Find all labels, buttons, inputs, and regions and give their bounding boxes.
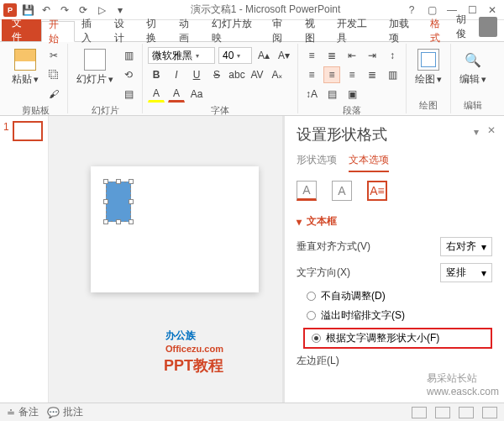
section-textbox[interactable]: ▾ 文本框 — [297, 214, 492, 229]
resize-handle[interactable] — [129, 219, 134, 224]
highlight-button[interactable]: A — [148, 86, 165, 103]
tab-view[interactable]: 视图 — [298, 20, 331, 41]
repeat-icon[interactable]: ⟳ — [76, 3, 91, 18]
decrease-font-icon[interactable]: A▾ — [276, 47, 292, 64]
tab-file[interactable]: 文件 — [2, 19, 41, 41]
text-effects-icon[interactable]: A — [332, 181, 352, 201]
tab-developer[interactable]: 开发工具 — [330, 20, 381, 41]
group-label: 编辑 — [456, 97, 490, 113]
section-button[interactable]: ▤ — [120, 86, 137, 103]
align-center-button[interactable]: ≡ — [323, 66, 340, 83]
editing-button[interactable]: 🔍 编辑 ▾ — [456, 47, 490, 88]
font-size-combo[interactable]: 40▾ — [218, 47, 252, 64]
spacing-button[interactable]: AV — [249, 66, 265, 83]
text-direction-button[interactable]: ↕A — [303, 86, 320, 103]
increase-indent-button[interactable]: ⇥ — [364, 47, 381, 64]
reading-view-icon[interactable] — [459, 407, 474, 418]
bullets-button[interactable]: ≡ — [303, 47, 320, 64]
resize-handle[interactable] — [116, 219, 121, 224]
slideshow-view-icon[interactable] — [482, 407, 497, 418]
line-spacing-button[interactable]: ↕ — [384, 47, 401, 64]
font-color-button[interactable]: A — [168, 86, 185, 103]
italic-button[interactable]: I — [168, 66, 185, 83]
resize-handle[interactable] — [103, 179, 108, 184]
undo-icon[interactable]: ↶ — [39, 3, 54, 18]
notes-button[interactable]: ≐ 备注 — [7, 405, 39, 419]
group-drawing: 绘图 ▾ 绘图 — [407, 44, 451, 113]
radio-resize-shape[interactable]: 根据文字调整形状大小(F) — [308, 331, 487, 345]
format-shape-pane: 设置形状格式 ▾ ✕ 形状选项 文本选项 A A A≡ ▾ 文本框 垂直对齐方式… — [284, 116, 504, 403]
copy-button[interactable]: ⿻ — [45, 66, 62, 83]
font-name-combo[interactable]: 微软雅黑▾ — [148, 47, 215, 64]
tab-text-options[interactable]: 文本选项 — [349, 153, 389, 172]
cut-button[interactable]: ✂ — [45, 47, 62, 64]
redo-icon[interactable]: ↷ — [57, 3, 72, 18]
qat-dropdown-icon[interactable]: ▾ — [113, 3, 128, 18]
tab-insert[interactable]: 插入 — [75, 20, 108, 41]
resize-handle[interactable] — [103, 219, 108, 224]
reset-button[interactable]: ⟲ — [120, 66, 137, 83]
radio-shrink-overflow[interactable]: 溢出时缩排文字(S) — [297, 308, 492, 323]
new-slide-button[interactable]: 幻灯片 ▾ — [73, 47, 117, 88]
underline-button[interactable]: U — [188, 66, 205, 83]
slide-thumbnail — [13, 121, 43, 141]
slide-icon — [84, 49, 106, 71]
user-account[interactable]: 胡俊 — [456, 13, 502, 41]
align-text-button[interactable]: ▤ — [323, 86, 340, 103]
drawing-button[interactable]: 绘图 ▾ — [412, 47, 445, 88]
layout-button[interactable]: ▥ — [120, 47, 137, 64]
resize-handle[interactable] — [103, 199, 108, 204]
change-case-button[interactable]: Aa — [188, 86, 205, 103]
thumbnail-item[interactable]: 1 — [3, 121, 45, 141]
numbering-button[interactable]: ≣ — [323, 47, 340, 64]
resize-handle[interactable] — [129, 179, 134, 184]
slide-canvas[interactable] — [91, 166, 259, 292]
pane-menu-icon[interactable]: ▾ — [474, 126, 479, 138]
slide-thumbnail-pane: 1 — [0, 116, 49, 403]
find-icon: 🔍 — [462, 49, 484, 71]
tab-design[interactable]: 设计 — [108, 20, 140, 41]
tab-animations[interactable]: 动画 — [172, 20, 205, 41]
bold-button[interactable]: B — [148, 66, 165, 83]
clear-format-button[interactable]: Aₓ — [269, 66, 286, 83]
ribbon-options-icon[interactable]: ▢ — [423, 2, 440, 18]
tab-review[interactable]: 审阅 — [265, 20, 298, 41]
shadow-button[interactable]: abc — [228, 66, 245, 83]
tab-shape-options[interactable]: 形状选项 — [297, 153, 337, 172]
vertical-align-select[interactable]: 右对齐▾ — [440, 237, 492, 256]
resize-handle[interactable] — [129, 199, 134, 204]
paste-button[interactable]: 粘贴 ▾ — [8, 47, 42, 88]
textbox-icon[interactable]: A≡ — [367, 181, 387, 201]
columns-button[interactable]: ▥ — [384, 66, 401, 83]
align-left-button[interactable]: ≡ — [303, 66, 320, 83]
increase-font-icon[interactable]: A▴ — [255, 47, 272, 64]
tab-format[interactable]: 格式 — [423, 20, 456, 41]
from-beginning-icon[interactable]: ▷ — [94, 3, 109, 18]
text-direction-select[interactable]: 竖排▾ — [440, 263, 492, 282]
tab-transitions[interactable]: 切换 — [139, 20, 172, 41]
align-right-button[interactable]: ≡ — [344, 66, 360, 83]
radio-no-autofit[interactable]: 不自动调整(D) — [297, 289, 492, 303]
selected-shape[interactable] — [106, 182, 131, 222]
pane-close-icon[interactable]: ✕ — [487, 124, 496, 136]
tab-addins[interactable]: 加载项 — [382, 20, 424, 41]
justify-button[interactable]: ≣ — [364, 66, 381, 83]
tab-slideshow[interactable]: 幻灯片放映 — [205, 20, 266, 41]
text-fill-icon[interactable]: A — [297, 181, 317, 201]
radio-icon — [312, 334, 321, 343]
comments-button[interactable]: 💬 批注 — [47, 405, 83, 419]
save-icon[interactable]: 💾 — [20, 3, 35, 18]
decrease-indent-button[interactable]: ⇤ — [344, 47, 360, 64]
normal-view-icon[interactable] — [412, 407, 427, 418]
avatar — [479, 17, 497, 37]
watermark-ppt: PPT教程 — [164, 355, 223, 376]
smartart-button[interactable]: ▣ — [344, 86, 360, 103]
tab-home[interactable]: 开始 — [41, 21, 76, 42]
format-painter-button[interactable]: 🖌 — [45, 86, 62, 103]
strikethrough-button[interactable]: S — [208, 66, 225, 83]
help-icon[interactable]: ? — [403, 2, 420, 18]
sorter-view-icon[interactable] — [435, 407, 450, 418]
slide-stage[interactable]: 办公族 Officezu.com PPT教程 — [49, 116, 282, 403]
pane-icon-tabs: A A A≡ — [297, 181, 492, 201]
resize-handle[interactable] — [116, 179, 121, 184]
